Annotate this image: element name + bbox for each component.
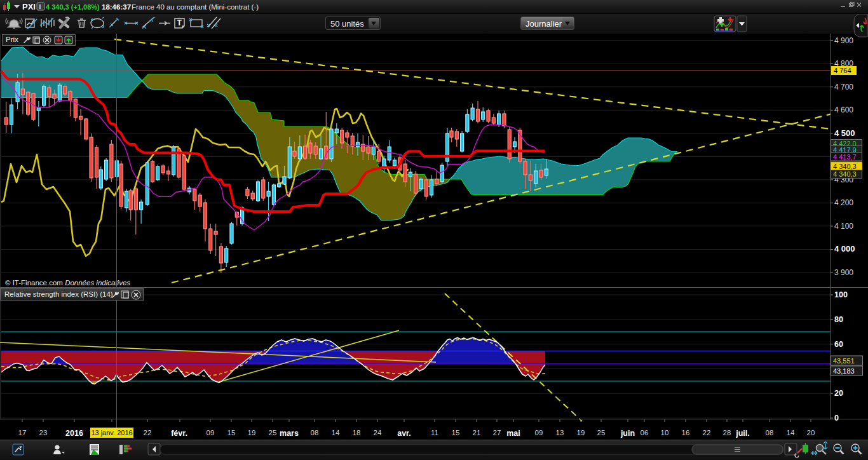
svg-text:80: 80 bbox=[834, 315, 843, 324]
svg-text:PXI: PXI bbox=[22, 2, 36, 11]
svg-text:4 500: 4 500 bbox=[834, 128, 855, 138]
svg-text:43,183: 43,183 bbox=[833, 367, 855, 375]
svg-text:3 900: 3 900 bbox=[834, 268, 853, 277]
svg-text:18:46:37: 18:46:37 bbox=[102, 3, 131, 11]
svg-text:4 340,3: 4 340,3 bbox=[833, 163, 857, 170]
svg-text:4 600: 4 600 bbox=[834, 105, 853, 114]
svg-text:4 100: 4 100 bbox=[834, 222, 853, 231]
svg-text:4 700: 4 700 bbox=[834, 83, 853, 91]
svg-text:France 40 au comptant (Mini-co: France 40 au comptant (Mini-contrat (-) bbox=[132, 3, 259, 11]
svg-text:4 764: 4 764 bbox=[834, 67, 851, 74]
svg-text:4 000: 4 000 bbox=[834, 244, 855, 254]
svg-text:100: 100 bbox=[834, 290, 848, 299]
svg-text:20: 20 bbox=[834, 389, 843, 398]
svg-text:© IT-Finance.com Données indic: © IT-Finance.com Données indicatives bbox=[5, 279, 130, 287]
svg-text:i: i bbox=[39, 3, 41, 10]
svg-text:4 413,7: 4 413,7 bbox=[833, 153, 857, 161]
svg-text:43,551: 43,551 bbox=[833, 357, 855, 365]
svg-text:4 900: 4 900 bbox=[834, 36, 853, 45]
svg-text:4 200: 4 200 bbox=[834, 198, 853, 207]
svg-text:60: 60 bbox=[834, 340, 843, 349]
svg-text:T: T bbox=[177, 18, 182, 27]
svg-text:4 340,3: 4 340,3 bbox=[833, 170, 857, 178]
svg-text:4 340,3 (+1,08%): 4 340,3 (+1,08%) bbox=[46, 3, 100, 11]
